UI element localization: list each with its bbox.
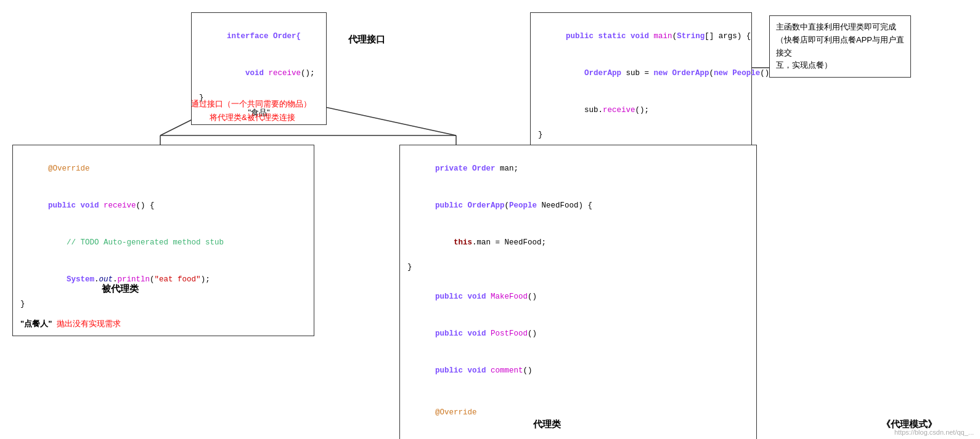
proxied-line5: }	[20, 298, 306, 310]
proxy-line3: this.man = NeedFood;	[407, 224, 749, 261]
proxied-line4: System.out.println("eat food");	[20, 261, 306, 298]
interface-line2: void receive();	[199, 55, 319, 92]
connect-label2: 将代理类&被代理类连接	[210, 112, 295, 123]
diagram-container: interface Order{ void receive(); } "食品" …	[0, 0, 980, 439]
main-line3: sub.receive();	[538, 92, 744, 129]
proxy-line6: public void PostFood()	[407, 315, 749, 352]
main-line1: public static void main(String[] args) {	[538, 18, 744, 55]
main-line2: OrderApp sub = new OrderApp(new People()…	[538, 55, 744, 92]
main-line4: }	[538, 129, 744, 141]
proxy-line2: public OrderApp(People NeedFood) {	[407, 187, 749, 224]
proxy-line4: }	[407, 261, 749, 273]
proxied-line1: @Override	[20, 150, 306, 187]
proxy-line7: public void comment()	[407, 352, 749, 389]
proxy-line1: private Order man;	[407, 150, 749, 187]
proxied-labels: "点餐人" 抛出没有实现需求	[20, 318, 306, 331]
proxied-class-title: 被代理类	[102, 283, 139, 295]
main-code-box: public static void main(String[] args) {…	[530, 12, 752, 147]
note-line2: （快餐店即可利用点餐APP与用户直接交	[776, 34, 904, 60]
proxy-class-title: 代理类	[533, 419, 561, 430]
watermark: https://blog.csdn.net/qq_...	[894, 429, 974, 436]
proxy-interface-label: 代理接口	[348, 34, 385, 46]
proxy-line5: public void MakeFood()	[407, 278, 749, 315]
note-line1: 主函数中直接利用代理类即可完成	[776, 21, 904, 34]
connect-label1: 通过接口（一个共同需要的物品）	[191, 99, 311, 110]
proxied-line2: public void receive() {	[20, 187, 306, 224]
proxied-label2: 抛出没有实现需求	[57, 319, 121, 328]
proxy-line9: public void receive() {	[407, 431, 749, 439]
proxy-line8: @Override	[407, 394, 749, 431]
note-line3: 互，实现点餐）	[776, 59, 904, 72]
proxied-line3: // TODO Auto-generated method stub	[20, 224, 306, 261]
proxied-class-box: @Override public void receive() { // TOD…	[12, 145, 314, 336]
proxy-class-box: private Order man; public OrderApp(Peopl…	[399, 145, 757, 439]
note-box: 主函数中直接利用代理类即可完成 （快餐店即可利用点餐APP与用户直接交 互，实现…	[769, 15, 911, 78]
interface-line1: interface Order{	[199, 18, 319, 55]
